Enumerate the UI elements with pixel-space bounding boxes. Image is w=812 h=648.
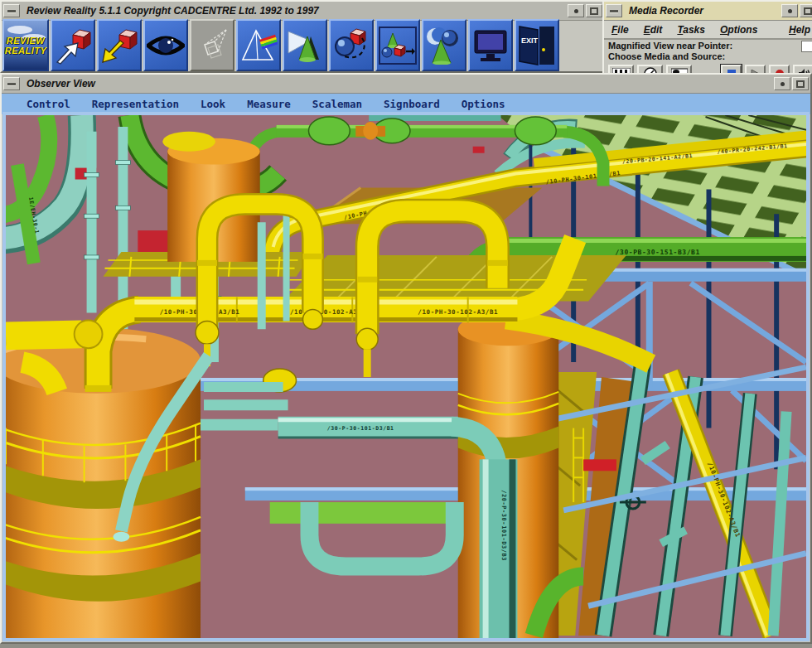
moon-sphere-cone-icon: [425, 27, 463, 65]
cube-arrow-in-button[interactable]: [97, 19, 142, 71]
minimize-button[interactable]: [3, 4, 20, 17]
exit-door-icon: EXIT: [518, 25, 556, 66]
menu-scaleman[interactable]: Scaleman: [312, 98, 362, 110]
prism-spectrum-button[interactable]: [236, 19, 281, 71]
menu-look[interactable]: Look: [201, 98, 225, 110]
obs-minimize-button[interactable]: [3, 77, 20, 90]
menu-help[interactable]: Help: [781, 24, 812, 36]
obs-window-menu-button[interactable]: [774, 77, 790, 90]
dot-icon: [781, 82, 785, 86]
mr-maximize-button[interactable]: [800, 4, 812, 17]
object-translate-button[interactable]: [375, 19, 420, 71]
review-reality-window: Review Reality 5.1.1 Copyright CADCENTRE…: [0, 0, 606, 73]
main-toolbar: REVIEW REALITY: [2, 19, 561, 71]
translate-objects-icon: [379, 27, 417, 65]
cloud-decoration: [7, 26, 32, 34]
frustum-icon: [193, 27, 231, 65]
maximize-icon: [796, 80, 805, 88]
maximize-icon: [804, 7, 812, 15]
obs-maximize-button[interactable]: [792, 77, 809, 90]
maximize-button[interactable]: [586, 4, 602, 17]
maximize-icon: [590, 7, 598, 15]
cone-light-icon: [286, 27, 324, 65]
observer-view-window: Observer View Control Representation Loo…: [0, 73, 812, 644]
window-menu-button[interactable]: [568, 4, 584, 17]
mr-minimize-button[interactable]: [606, 4, 622, 17]
monitor-icon: [471, 27, 510, 65]
mr-window-menu-button[interactable]: [781, 4, 798, 17]
dot-icon: [788, 9, 792, 13]
desktop: { "colors": { "chrome_gray": "#c6c6be", …: [0, 0, 812, 648]
plant-3d-scene: /30-PB-30-151-B3/B1: [6, 115, 806, 638]
minimize-icon: [610, 10, 618, 12]
menu-control[interactable]: Control: [27, 98, 70, 110]
sphere-path-button[interactable]: [329, 19, 374, 71]
pipe-label: /10-PH-30-102-A3/B1: [418, 308, 498, 316]
display-monitor-button[interactable]: [468, 19, 513, 71]
media-recorder-menubar: File Edit Tasks Options Help: [604, 21, 812, 40]
minimize-icon: [7, 83, 16, 85]
main-window-title: Review Reality 5.1.1 Copyright CADCENTRE…: [22, 5, 566, 17]
sphere-cube-path-icon: [332, 27, 370, 65]
logo-text-review: REVIEW: [7, 36, 45, 46]
pipe-label: /30-PB-30-151-B3/B1: [616, 249, 700, 256]
menu-signboard[interactable]: Signboard: [384, 98, 440, 110]
main-titlebar[interactable]: Review Reality 5.1.1 Copyright CADCENTRE…: [2, 2, 604, 21]
media-recorder-titlebar[interactable]: Media Recorder: [604, 2, 812, 21]
menu-measure[interactable]: Measure: [247, 98, 291, 110]
magnified-view-checkbox[interactable]: [801, 41, 812, 52]
eye-icon: [147, 27, 185, 64]
minimize-icon: [7, 10, 16, 12]
menu-options[interactable]: Options: [713, 24, 765, 36]
exit-label: EXIT: [521, 36, 539, 45]
observer-3d-viewport[interactable]: /30-PB-30-151-B3/B1: [2, 112, 810, 641]
observer-titlebar[interactable]: Observer View: [2, 75, 810, 94]
menu-representation[interactable]: Representation: [92, 98, 179, 110]
light-cone-button[interactable]: [283, 19, 327, 71]
menu-tasks[interactable]: Tasks: [669, 24, 713, 36]
dot-icon: [574, 9, 578, 13]
menu-options[interactable]: Options: [462, 98, 505, 110]
observer-title: Observer View: [22, 78, 772, 89]
pipe-label: /30-P-30-101-D3/B1: [327, 425, 394, 432]
logo-text-reality: REALITY: [5, 46, 47, 56]
observer-eye-button[interactable]: [143, 19, 188, 71]
menu-edit[interactable]: Edit: [636, 24, 670, 36]
pipe-label: /20-P-30-101-D3/B3: [500, 490, 507, 561]
magnified-view-label: Magnified View near Pointer:: [608, 41, 812, 51]
cube-arrow-sw-icon: [101, 27, 138, 65]
day-night-button[interactable]: [422, 19, 466, 71]
review-reality-logo: REVIEW REALITY: [2, 19, 49, 71]
menu-file[interactable]: File: [604, 24, 636, 36]
choose-media-label: Choose Media and Source:: [608, 51, 812, 62]
cube-arrow-ne-icon: [55, 27, 91, 65]
cube-arrow-out-button[interactable]: [51, 19, 95, 71]
media-recorder-title: Media Recorder: [624, 5, 780, 17]
view-frustum-button[interactable]: [190, 19, 234, 71]
prism-rainbow-icon: [239, 27, 278, 65]
exit-button[interactable]: EXIT: [515, 19, 559, 71]
